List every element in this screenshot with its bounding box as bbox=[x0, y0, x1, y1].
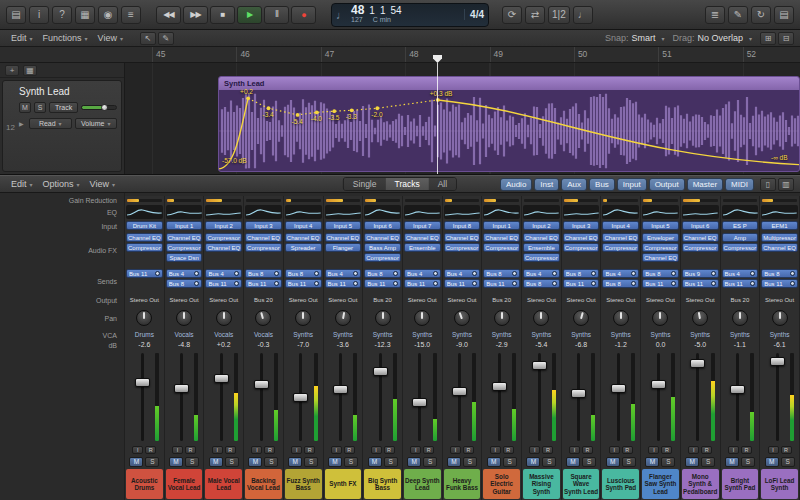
volume-db-value[interactable]: -2.6 bbox=[125, 340, 164, 350]
mute-button[interactable]: M bbox=[288, 457, 302, 467]
eq-thumbnail[interactable] bbox=[482, 204, 521, 220]
channel-nameplate[interactable]: Male Vocal Lead bbox=[205, 469, 242, 499]
disclosure-triangle-icon[interactable]: ▶ bbox=[19, 120, 26, 127]
send-level-knob[interactable] bbox=[314, 271, 319, 276]
track-mute-button[interactable]: M bbox=[19, 102, 31, 113]
input-slot[interactable]: Input 5 bbox=[642, 221, 679, 230]
pan-knob[interactable] bbox=[136, 310, 152, 326]
volume-db-value[interactable]: +0.2 bbox=[204, 340, 243, 350]
channel-nameplate[interactable]: Female Vocal Lead bbox=[166, 469, 203, 499]
input-slot[interactable]: Input 5 bbox=[325, 221, 362, 230]
ruler-bar-number[interactable]: 49 bbox=[490, 47, 574, 62]
ruler-bar-number[interactable]: 50 bbox=[574, 47, 658, 62]
audio-fx-slot[interactable]: Channel EQ bbox=[245, 233, 282, 242]
solo-button[interactable]: S bbox=[225, 457, 239, 467]
eq-thumbnail[interactable] bbox=[363, 204, 402, 220]
audio-fx-slot[interactable]: Compressor bbox=[682, 243, 719, 252]
volume-db-value[interactable]: -5.4 bbox=[522, 340, 561, 350]
mute-button[interactable]: M bbox=[725, 457, 739, 467]
record-enable-button[interactable]: R bbox=[661, 446, 672, 454]
solo-button[interactable]: S bbox=[781, 457, 795, 467]
send-slot[interactable]: Bus 8 bbox=[602, 279, 639, 288]
mute-button[interactable]: M bbox=[447, 457, 461, 467]
send-level-knob[interactable] bbox=[393, 271, 398, 276]
input-monitor-button[interactable]: I bbox=[251, 446, 262, 454]
input-monitor-button[interactable]: I bbox=[569, 446, 580, 454]
pan-knob[interactable] bbox=[732, 310, 748, 326]
record-enable-button[interactable]: R bbox=[781, 446, 792, 454]
eq-thumbnail[interactable] bbox=[443, 204, 482, 220]
region-titlebar[interactable]: Synth Lead bbox=[219, 77, 799, 90]
solo-button[interactable]: S bbox=[463, 457, 477, 467]
send-slot[interactable]: Bus 11 bbox=[642, 279, 679, 288]
volume-db-value[interactable]: -3.6 bbox=[324, 340, 363, 350]
send-level-knob[interactable] bbox=[314, 281, 319, 286]
send-level-knob[interactable] bbox=[671, 281, 676, 286]
play-button[interactable]: ▶ bbox=[237, 6, 262, 24]
record-enable-button[interactable]: R bbox=[225, 446, 236, 454]
volume-fader[interactable] bbox=[373, 367, 388, 376]
output-assignment[interactable]: Stereo Out bbox=[443, 294, 482, 306]
track-solo-button[interactable]: S bbox=[34, 102, 46, 113]
playhead-position-display[interactable]: 48 1 1 54 bbox=[351, 5, 460, 16]
audio-fx-slot[interactable]: Ensemble bbox=[523, 243, 560, 252]
vca-assignment[interactable]: Synths bbox=[760, 330, 799, 340]
record-enable-button[interactable]: R bbox=[463, 446, 474, 454]
vca-assignment[interactable]: Synths bbox=[641, 330, 680, 340]
solo-button[interactable]: S bbox=[503, 457, 517, 467]
solo-button[interactable]: S bbox=[185, 457, 199, 467]
audio-fx-slot[interactable]: Enveloper bbox=[642, 233, 679, 242]
pencil-tool-icon[interactable]: ✎ bbox=[158, 32, 174, 45]
eq-thumbnail[interactable] bbox=[760, 204, 799, 220]
send-slot[interactable]: Bus 8 bbox=[761, 269, 798, 278]
vca-assignment[interactable]: Synths bbox=[601, 330, 640, 340]
input-slot[interactable]: Input 8 bbox=[444, 221, 481, 230]
pan-knob[interactable] bbox=[176, 310, 192, 326]
mixer-view-menu[interactable]: View bbox=[85, 179, 120, 189]
volume-fader[interactable] bbox=[333, 385, 348, 394]
browsers-icon[interactable]: ▤ bbox=[774, 6, 794, 24]
send-slot[interactable]: Bus 8 bbox=[166, 279, 203, 288]
solo-button[interactable]: S bbox=[622, 457, 636, 467]
output-assignment[interactable]: Stereo Out bbox=[641, 294, 680, 306]
send-level-knob[interactable] bbox=[194, 271, 199, 276]
audio-fx-slot[interactable]: Amp bbox=[722, 233, 759, 242]
audio-fx-slot[interactable]: Channel EQ bbox=[285, 233, 322, 242]
audio-fx-slot[interactable]: Compressor bbox=[722, 243, 759, 252]
filter-bus-button[interactable]: Bus bbox=[589, 178, 615, 191]
send-slot[interactable]: Bus 11 bbox=[682, 279, 719, 288]
bar-ruler[interactable]: 4546474849505152 bbox=[0, 47, 800, 63]
record-enable-button[interactable]: R bbox=[264, 446, 275, 454]
volume-db-value[interactable]: -1.2 bbox=[601, 340, 640, 350]
input-monitor-button[interactable]: I bbox=[410, 446, 421, 454]
record-enable-button[interactable]: R bbox=[304, 446, 315, 454]
audio-fx-slot[interactable]: Channel EQ bbox=[325, 233, 362, 242]
eq-thumbnail[interactable] bbox=[324, 204, 363, 220]
send-level-knob[interactable] bbox=[155, 271, 160, 276]
rewind-button[interactable]: ◀◀ bbox=[156, 6, 181, 24]
mixer-icon[interactable]: ≡ bbox=[121, 6, 141, 24]
eq-thumbnail[interactable] bbox=[204, 204, 243, 220]
eq-thumbnail[interactable] bbox=[681, 204, 720, 220]
track-volume-slider[interactable] bbox=[81, 105, 117, 110]
record-enable-button[interactable]: R bbox=[503, 446, 514, 454]
mute-button[interactable]: M bbox=[407, 457, 421, 467]
volume-fader[interactable] bbox=[174, 384, 189, 393]
volume-fader[interactable] bbox=[293, 393, 308, 402]
channel-nameplate[interactable]: Heavy Funk Bass bbox=[444, 469, 481, 499]
input-slot[interactable]: ES P bbox=[722, 221, 759, 230]
output-assignment[interactable]: Bus 20 bbox=[244, 294, 283, 306]
add-track-button[interactable]: + bbox=[5, 65, 19, 76]
send-level-knob[interactable] bbox=[194, 281, 199, 286]
input-monitor-button[interactable]: I bbox=[331, 446, 342, 454]
solo-button[interactable]: S bbox=[344, 457, 358, 467]
audio-fx-slot[interactable]: Compressor bbox=[166, 243, 203, 252]
send-level-knob[interactable] bbox=[631, 281, 636, 286]
send-slot[interactable]: Bus 8 bbox=[245, 269, 282, 278]
send-slot[interactable]: Bus 11 bbox=[761, 279, 798, 288]
zoom-vertical-icon[interactable]: ⊟ bbox=[778, 32, 794, 45]
mixer-edit-menu[interactable]: Edit bbox=[6, 179, 38, 189]
send-slot[interactable]: Bus 4 bbox=[404, 269, 441, 278]
volume-fader[interactable] bbox=[611, 384, 626, 393]
channel-nameplate[interactable]: Solo Electric Guitar bbox=[483, 469, 520, 499]
